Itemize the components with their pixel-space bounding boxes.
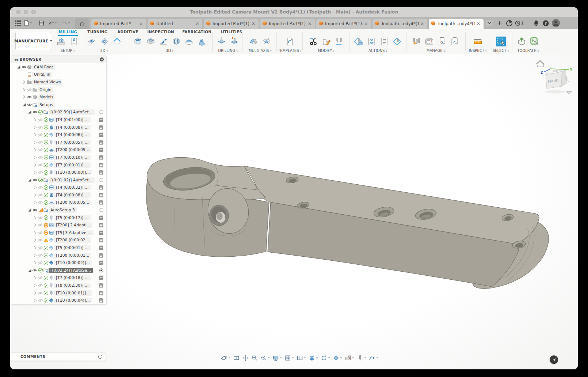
nc-program-icon[interactable]: G	[69, 37, 79, 48]
help-icon[interactable]: ?	[541, 19, 550, 27]
disclosure-expanded-icon[interactable]	[27, 110, 32, 114]
visibility-eye-off-icon[interactable]	[38, 140, 43, 145]
disclosure-collapsed-icon[interactable]	[21, 87, 27, 92]
feedback-badge[interactable]	[550, 355, 558, 364]
document-tab[interactable]: Imported Part*(1) ✕	[260, 19, 315, 29]
save-icon[interactable]	[37, 19, 46, 27]
drill-pattern-icon[interactable]	[229, 37, 239, 48]
document-tab[interactable]: Imported Part*(1) ✕	[204, 19, 259, 29]
disclosure-collapsed-icon[interactable]	[32, 125, 38, 130]
visibility-eye-on-icon[interactable]	[32, 268, 38, 273]
2d-adaptive-icon[interactable]	[87, 37, 96, 48]
ribbon-tab-fabrication[interactable]: FABRICATION	[182, 30, 211, 34]
simulate-icon[interactable]	[392, 37, 402, 48]
tool-library-icon[interactable]	[412, 37, 421, 48]
3d-parallel-icon[interactable]	[171, 37, 181, 48]
operation-notes-icon[interactable]	[99, 215, 104, 220]
disclosure-collapsed-icon[interactable]	[32, 163, 38, 167]
disclosure-collapsed-icon[interactable]	[32, 215, 38, 220]
window-select-icon[interactable]	[496, 36, 506, 48]
group-label[interactable]: MANAGE ▾	[427, 49, 445, 53]
machine-display-icon[interactable]	[344, 354, 355, 362]
browser-row[interactable]: [T10 (0:00:00)]…	[11, 169, 106, 176]
trim-toolpath-icon[interactable]	[309, 37, 318, 48]
3d-pocket-icon[interactable]	[146, 37, 156, 48]
browser-row[interactable]: [T5 (0:00:17)] …	[11, 214, 106, 222]
disclosure-collapsed-icon[interactable]	[32, 275, 38, 280]
browser-row[interactable]: [T4 (0:00:08)] …	[11, 124, 106, 131]
setup-row[interactable]: [(0:03:24)] AutoSe…	[11, 267, 106, 274]
browser-row[interactable]: [T4 (0:00:06)] …	[11, 131, 106, 139]
notifications-icon[interactable]	[532, 19, 541, 27]
redo-icon[interactable]	[61, 19, 70, 27]
browser-row[interactable]: [T10 (0:00:02)]…	[11, 259, 106, 267]
avatar-icon[interactable]	[551, 19, 560, 27]
close-tab-icon[interactable]: ✕	[307, 21, 313, 26]
document-tab[interactable]: Imported Part*(1) ✕	[316, 19, 371, 29]
visibility-eye-off-icon[interactable]	[38, 275, 43, 280]
setup-row[interactable]: AutoSetup 3	[11, 206, 106, 214]
setup-radio-inactive[interactable]	[99, 178, 104, 182]
workspace-selector[interactable]: MANUFACTURE	[15, 32, 51, 50]
operation-notes-icon[interactable]	[99, 260, 104, 265]
visibility-eye-off-icon[interactable]	[38, 253, 43, 258]
disclosure-collapsed-icon[interactable]	[32, 185, 38, 190]
operation-notes-icon[interactable]	[99, 147, 104, 152]
collapse-panel-icon[interactable]: ◀◀	[14, 58, 18, 61]
disclosure-expanded-icon[interactable]	[21, 102, 27, 107]
disclosure-collapsed-icon[interactable]	[32, 170, 38, 175]
visibility-eye-on-icon[interactable]	[32, 208, 38, 212]
close-tab-icon[interactable]: ✕	[476, 21, 481, 26]
disclosure-collapsed-icon[interactable]	[32, 298, 38, 303]
disclosure-expanded-icon[interactable]	[27, 178, 32, 182]
disclosure-collapsed-icon[interactable]	[21, 80, 27, 84]
setup-row[interactable]: [(0:02:39)] AutoSet…	[11, 109, 106, 116]
close-tab-icon[interactable]: ✕	[138, 21, 144, 26]
visibility-eye-on-icon[interactable]	[21, 65, 27, 69]
browser-row[interactable]: [T7 (0:00:10)] …	[11, 154, 106, 161]
operation-notes-icon[interactable]	[99, 155, 104, 160]
create-template-icon[interactable]	[285, 37, 295, 48]
group-label[interactable]: MODIFY ▾	[318, 49, 335, 53]
group-label[interactable]: INSPECT ▾	[469, 49, 487, 53]
document-tab[interactable]: Toolpath...ody4*(1) ✕	[429, 19, 484, 29]
measure-icon[interactable]	[473, 37, 483, 48]
setup-radio-active[interactable]	[99, 268, 104, 273]
browser-row[interactable]: [T4 (0:01:00)] …	[11, 116, 106, 124]
simulate-with-machine-icon[interactable]	[354, 37, 364, 48]
visibility-eye-off-icon[interactable]	[38, 193, 43, 197]
setup-radio-inactive[interactable]	[99, 208, 104, 212]
3d-spiral-icon[interactable]	[197, 37, 207, 48]
group-label[interactable]: TEMPLATES ▾	[278, 49, 301, 53]
pan-icon[interactable]	[241, 354, 249, 362]
disclosure-expanded-icon[interactable]	[27, 208, 32, 212]
grid-and-snaps-icon[interactable]	[284, 354, 295, 362]
group-label[interactable]: 2D ▾	[100, 49, 108, 53]
operation-notes-icon[interactable]	[99, 283, 104, 288]
disclosure-collapsed-icon[interactable]	[32, 132, 38, 137]
disclosure-collapsed-icon[interactable]	[32, 283, 38, 288]
viewports-icon[interactable]	[296, 354, 307, 362]
disclosure-collapsed-icon[interactable]	[21, 95, 27, 99]
visibility-eye-on-icon[interactable]	[27, 102, 32, 107]
visibility-eye-off-icon[interactable]	[38, 117, 43, 122]
operation-notes-icon[interactable]	[99, 163, 104, 167]
group-label[interactable]: TOOLPATH ▾	[517, 49, 539, 53]
file-new-icon[interactable]	[23, 19, 32, 27]
comments-bar[interactable]: COMMENTS	[11, 353, 106, 361]
operation-notes-icon[interactable]	[99, 193, 104, 197]
browser-row[interactable]: [T7 (0:00:18)] …	[11, 274, 106, 282]
operation-notes-icon[interactable]	[99, 291, 104, 295]
edit-toolpath-icon[interactable]	[321, 37, 331, 48]
operation-notes-icon[interactable]	[99, 253, 104, 258]
browser-row[interactable]: Units: in	[11, 71, 106, 79]
operations-display-icon[interactable]	[308, 354, 319, 362]
visibility-eye-off-icon[interactable]	[38, 230, 43, 235]
visibility-eye-off-icon[interactable]	[38, 260, 43, 265]
browser-row[interactable]: [T200 (0:00:02…	[11, 237, 106, 244]
group-label[interactable]: MULTI-AXIS ▾	[249, 49, 271, 53]
browser-row[interactable]: Named Views	[11, 78, 106, 86]
browser-row[interactable]: [T200 (0:00:05…	[11, 199, 106, 207]
ribbon-tab-turning[interactable]: TURNING	[87, 30, 107, 34]
visibility-eye-on-icon[interactable]	[32, 178, 38, 182]
